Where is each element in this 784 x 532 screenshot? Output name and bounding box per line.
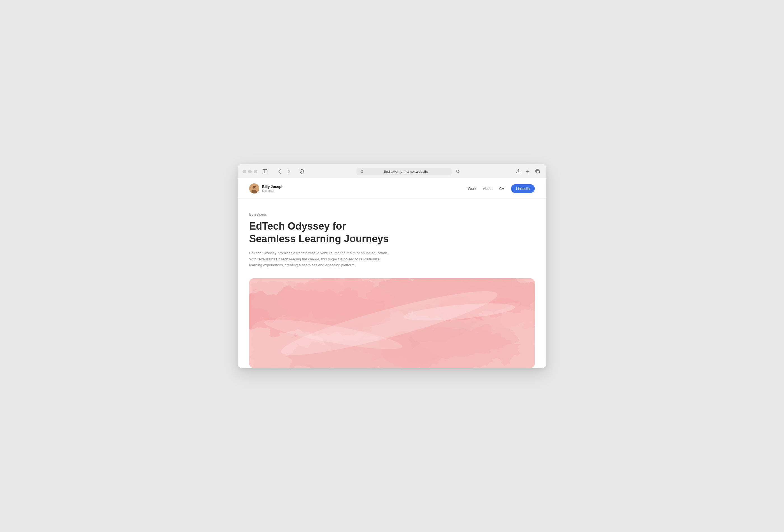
tabs-overview-button[interactable] xyxy=(533,167,541,175)
browser-chrome: first-attempt.framer.website xyxy=(238,164,546,178)
reload-icon xyxy=(456,169,460,173)
back-icon xyxy=(278,169,281,174)
nav-link-about[interactable]: About xyxy=(483,187,493,191)
new-tab-icon xyxy=(526,169,530,173)
avatar xyxy=(249,184,259,194)
reload-button[interactable] xyxy=(454,167,462,175)
avatar-image xyxy=(249,184,259,194)
browser-window: first-attempt.framer.website xyxy=(238,164,546,368)
nav-links: Work About CV LinkedIn xyxy=(468,184,535,193)
browser-actions xyxy=(514,167,541,175)
forward-button[interactable] xyxy=(285,167,293,175)
shield-icon xyxy=(300,169,304,174)
svg-rect-0 xyxy=(263,170,268,173)
share-button[interactable] xyxy=(514,167,523,175)
marble-svg xyxy=(249,278,535,368)
lock-svg xyxy=(360,169,363,173)
site-main: ByteBrains EdTech Odyssey for Seamless L… xyxy=(238,199,546,268)
address-bar[interactable]: first-attempt.framer.website xyxy=(357,168,452,175)
brand-role: Designer xyxy=(262,189,284,193)
site-nav: Billy Joseph Designer Work About CV Link… xyxy=(238,178,546,199)
address-bar-container: first-attempt.framer.website xyxy=(309,167,508,175)
nav-brand: Billy Joseph Designer xyxy=(249,184,284,194)
project-description: EdTech Odyssey promises a transformative… xyxy=(249,250,389,268)
project-title: EdTech Odyssey for Seamless Learning Jou… xyxy=(249,220,395,245)
nav-link-work[interactable]: Work xyxy=(468,187,476,191)
minimize-traffic-light[interactable] xyxy=(248,170,252,173)
lock-icon xyxy=(360,169,363,173)
shield-button[interactable] xyxy=(298,167,306,175)
address-bar-url: first-attempt.framer.website xyxy=(365,169,448,174)
svg-point-9 xyxy=(253,186,256,188)
traffic-lights xyxy=(243,170,257,173)
nav-link-cv[interactable]: CV xyxy=(499,187,504,191)
svg-rect-4 xyxy=(536,170,539,173)
sidebar-toggle-button[interactable] xyxy=(261,167,270,175)
tabs-icon xyxy=(535,169,539,173)
maximize-traffic-light[interactable] xyxy=(254,170,257,173)
website-content: Billy Joseph Designer Work About CV Link… xyxy=(238,178,546,368)
project-tag: ByteBrains xyxy=(249,212,535,217)
close-traffic-light[interactable] xyxy=(243,170,246,173)
forward-icon xyxy=(288,169,290,174)
new-tab-button[interactable] xyxy=(524,167,532,175)
brand-text: Billy Joseph Designer xyxy=(262,185,284,193)
navigation-controls xyxy=(275,167,293,175)
back-button[interactable] xyxy=(275,167,284,175)
linkedin-button[interactable]: LinkedIn xyxy=(511,184,535,193)
share-icon xyxy=(516,169,520,174)
brand-name: Billy Joseph xyxy=(262,185,284,189)
sidebar-icon xyxy=(263,169,268,173)
svg-rect-2 xyxy=(361,171,363,173)
hero-image xyxy=(249,278,535,368)
